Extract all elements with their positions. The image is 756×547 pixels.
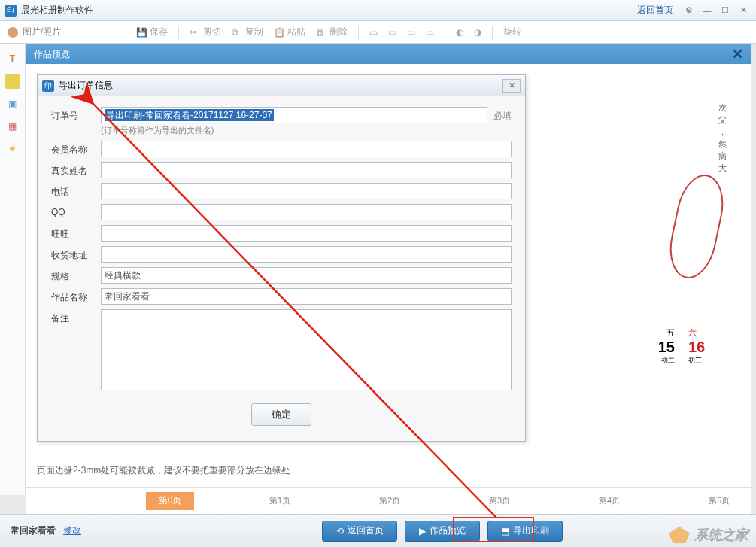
rotate-button[interactable]: 旋转 (503, 26, 521, 38)
real-name-label: 真实姓名 (51, 162, 101, 178)
side-tool-2[interactable] (5, 74, 20, 89)
save-icon: 💾 (136, 27, 147, 38)
app-icon: 印 (5, 5, 17, 17)
tool-icon-1[interactable]: ▭ (369, 27, 378, 38)
text-tool-icon[interactable]: T (5, 51, 20, 66)
dialog-title-bar: 印 导出订单信息 ✕ (38, 75, 525, 96)
real-name-input[interactable] (101, 162, 512, 178)
back-home-link[interactable]: 返回首页 (637, 4, 673, 17)
copy-button[interactable]: ⧉复制 (232, 26, 263, 38)
qq-label: QQ (51, 204, 101, 217)
page-thumb-5[interactable]: 第5页 (695, 492, 743, 510)
remarks-label: 备注 (51, 309, 101, 325)
calendar-thumbnail: 五六 1516 初二初三 (636, 327, 727, 366)
copy-icon: ⧉ (232, 27, 242, 38)
avatar-icon (8, 27, 18, 38)
page-thumb-0[interactable]: 第0页 (146, 492, 194, 510)
order-no-label: 订单号 (51, 107, 101, 123)
maximize-button[interactable]: ☐ (717, 5, 733, 17)
spec-input[interactable]: 经典横款 (101, 267, 512, 284)
page-strip: 第0页 第1页 第2页 第3页 第4页 第5页 (26, 487, 751, 514)
order-no-note: (订单号称将作为导出的文件名) (101, 125, 487, 136)
bottom-export-print-button[interactable]: ⬒导出印刷 (487, 521, 563, 542)
phone-label: 电话 (51, 183, 101, 199)
required-tag: 必填 (493, 107, 512, 123)
spec-label: 规格 (51, 267, 101, 283)
side-tool-4[interactable]: ▦ (5, 119, 20, 134)
page-thumb-4[interactable]: 第4页 (585, 492, 633, 510)
preview-icon: ▶ (419, 526, 426, 536)
edit-link[interactable]: 修改 (63, 524, 81, 537)
cut-icon: ✂ (190, 27, 200, 38)
tool-icon-2[interactable]: ▭ (388, 27, 396, 38)
delete-icon: 🗑 (316, 27, 326, 38)
sample-artwork: 次父，然病大 (651, 102, 727, 312)
page-thumb-2[interactable]: 第2页 (366, 492, 414, 510)
confirm-button[interactable]: 确定 (251, 403, 311, 426)
preview-header: 作品预览 ✕ (26, 44, 751, 64)
tool-icon-4[interactable]: ▭ (426, 27, 434, 38)
export-order-dialog: 印 导出订单信息 ✕ 订单号 导出印刷-常回家看看-20171127 16-27… (37, 74, 526, 442)
preview-close-icon[interactable]: ✕ (732, 46, 743, 62)
phone-input[interactable] (101, 183, 512, 199)
work-name-input[interactable]: 常回家看看 (101, 288, 512, 305)
save-button[interactable]: 💾保存 (136, 26, 168, 38)
page-thumb-3[interactable]: 第3页 (475, 492, 524, 510)
work-title-text: 常回家看看 (11, 524, 56, 537)
bottom-preview-button[interactable]: ▶作品预览 (405, 521, 480, 542)
watermark-icon (669, 527, 690, 543)
dialog-title: 导出订单信息 (59, 79, 113, 92)
close-button[interactable]: ✕ (735, 5, 751, 17)
side-tool-3[interactable]: ▣ (5, 96, 20, 111)
qq-input[interactable] (101, 204, 512, 220)
window-controls: ⚙ — ☐ ✕ (681, 5, 751, 17)
wangwang-input[interactable] (101, 225, 512, 242)
photo-section-label[interactable]: 图片/照片 (8, 26, 61, 38)
address-label: 收货地址 (51, 246, 101, 262)
settings-icon[interactable]: ⚙ (681, 5, 697, 17)
app-title: 晨光相册制作软件 (21, 4, 93, 17)
star-icon[interactable]: ★ (5, 141, 20, 157)
cut-button[interactable]: ✂剪切 (190, 26, 221, 38)
page-thumb-1[interactable]: 第1页 (256, 492, 304, 510)
paste-icon: 📋 (274, 27, 284, 38)
watermark-text: 系统之家 (694, 526, 748, 544)
bottom-bar: 常回家看看 修改 ⟲返回首页 ▶作品预览 ⬒导出印刷 系统之家 (0, 514, 756, 547)
preview-hint: 页面边缘2-3mm处可能被裁减，建议不要把重要部分放在边缘处 (37, 464, 290, 477)
home-icon: ⟲ (336, 526, 344, 536)
tool-icon-3[interactable]: ▭ (407, 27, 415, 38)
export-icon: ⬒ (501, 526, 509, 536)
left-sidebar: T ▣ ▦ ★ (0, 44, 26, 495)
paste-button[interactable]: 📋粘贴 (274, 26, 305, 38)
tool-icon-5[interactable]: ◐ (456, 27, 463, 38)
member-name-label: 会员名称 (51, 141, 101, 157)
preview-title: 作品预览 (34, 48, 70, 61)
member-name-input[interactable] (101, 141, 512, 157)
watermark: 系统之家 (669, 526, 748, 544)
dialog-icon: 印 (42, 80, 54, 92)
order-no-input[interactable]: 导出印刷-常回家看看-20171127 16-27-07 (101, 107, 487, 123)
tool-icon-6[interactable]: ◑ (474, 27, 481, 38)
preview-modal: 作品预览 ✕ 次父，然病大 五六 1516 初二初三 印 导出订单信息 ✕ 订 (26, 44, 751, 490)
minimize-button[interactable]: — (699, 5, 715, 17)
wangwang-label: 旺旺 (51, 225, 101, 241)
work-name-label: 作品名称 (51, 288, 101, 304)
title-bar: 印 晨光相册制作软件 返回首页 ⚙ — ☐ ✕ (0, 0, 756, 21)
delete-button[interactable]: 🗑删除 (316, 26, 348, 38)
top-toolbar: 图片/照片 💾保存 ✂剪切 ⧉复制 📋粘贴 🗑删除 ▭ ▭ ▭ ▭ ◐ ◑ 旋转 (0, 21, 756, 44)
address-input[interactable] (101, 246, 512, 263)
bottom-back-home-button[interactable]: ⟲返回首页 (322, 521, 397, 542)
dialog-close-button[interactable]: ✕ (502, 79, 521, 93)
remarks-textarea[interactable] (101, 309, 512, 390)
